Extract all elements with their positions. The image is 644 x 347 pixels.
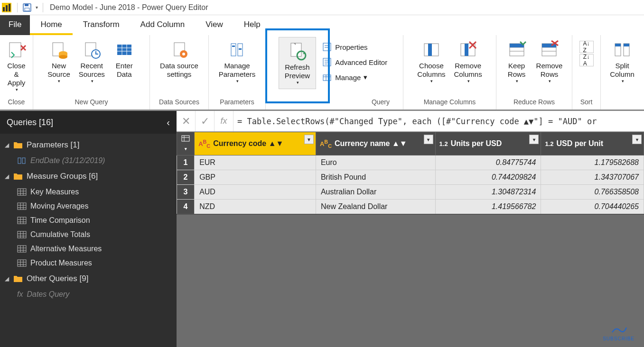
keep-rows-button[interactable]: KeepRows▾ [503, 37, 531, 84]
table-row[interactable]: 3AUDAustralian Dollar1.3048723140.766358… [177, 185, 644, 200]
svg-rect-5 [25, 8, 29, 11]
column-header[interactable]: 1.2Units per USD▾ [435, 132, 541, 155]
svg-rect-42 [465, 44, 468, 56]
tab-transform[interactable]: Transform [73, 15, 130, 35]
table-row[interactable]: 4NZDNew Zealand Dollar1.4195667820.70444… [177, 200, 644, 215]
svg-rect-0 [3, 7, 5, 11]
svg-rect-81 [18, 246, 26, 252]
queries-header[interactable]: Queries [16] ‹ [0, 111, 177, 134]
cell[interactable]: 1.179582688 [541, 155, 644, 170]
svg-rect-29 [323, 43, 331, 51]
main-area: Queries [16] ‹ ◢Parameters [1]EndDate (3… [0, 111, 644, 347]
cell[interactable]: 1.304872314 [435, 185, 541, 200]
split-column-button[interactable]: SplitColumn▾ [607, 37, 637, 84]
column-header[interactable]: ABCCurrency name ▲▼▾ [316, 132, 435, 155]
choose-columns-button[interactable]: ChooseColumns▾ [414, 37, 448, 84]
sidebar-item[interactable]: fxDates Query [0, 287, 177, 301]
sidebar-item[interactable]: Alternative Measures [0, 242, 177, 256]
table-corner[interactable]: ▾ [177, 132, 195, 155]
filter-icon[interactable]: ▾ [424, 135, 433, 144]
qat-dropdown-icon[interactable]: ▾ [36, 5, 38, 10]
cell[interactable]: GBP [195, 170, 316, 185]
manage-parameters-button[interactable]: ManageParameters▾ [216, 37, 259, 84]
sidebar-item[interactable]: Cumulative Totals [0, 228, 177, 242]
tab-view[interactable]: View [195, 15, 233, 35]
row-number[interactable]: 2 [177, 170, 195, 185]
recent-sources-button[interactable]: RecentSources▾ [76, 37, 108, 84]
cell[interactable]: 0.744209824 [435, 170, 541, 185]
svg-rect-91 [182, 136, 189, 141]
sort-asc-button[interactable]: A↓Z [579, 41, 594, 53]
svg-rect-61 [18, 189, 26, 195]
sidebar-item[interactable]: Product Measures [0, 256, 177, 270]
formula-commit-button[interactable]: ✓ [196, 111, 215, 131]
cell[interactable]: New Zealand Dollar [316, 200, 435, 215]
group-sort-label: Sort [576, 96, 597, 109]
properties-button[interactable]: Properties [321, 40, 388, 54]
formula-bar: ✕ ✓ fx = Table.SelectRows(#"Changed Type… [177, 111, 644, 132]
cell[interactable]: Euro [316, 155, 435, 170]
content-area: ✕ ✓ fx = Table.SelectRows(#"Changed Type… [177, 111, 644, 347]
row-number[interactable]: 1 [177, 155, 195, 170]
refresh-preview-button[interactable]: RefreshPreview▾ [279, 37, 316, 89]
svg-rect-58 [624, 44, 629, 46]
cell[interactable]: 1.343707067 [541, 170, 644, 185]
cell[interactable]: Australian Dollar [316, 185, 435, 200]
sidebar-item[interactable]: Moving Averages [0, 199, 177, 213]
subscribe-watermark: SUBSCRIBE [603, 325, 635, 341]
sidebar-item[interactable]: Time Comparison [0, 213, 177, 228]
sidebar-item[interactable]: EndDate (31/12/2019) [0, 154, 177, 168]
row-number[interactable]: 4 [177, 200, 195, 215]
svg-rect-6 [9, 43, 21, 57]
cell[interactable]: 0.704440265 [541, 200, 644, 215]
fx-icon[interactable]: fx [215, 111, 233, 131]
column-header[interactable]: ABCCurrency code ▲▼▼ [195, 132, 316, 155]
filter-icon[interactable]: ▾ [632, 135, 642, 144]
sidebar-folder[interactable]: ◢Measure Groups [6] [0, 168, 177, 185]
advanced-editor-button[interactable]: Advanced Editor [321, 55, 388, 69]
filter-icon[interactable]: ▼ [304, 135, 314, 144]
tab-help[interactable]: Help [233, 15, 271, 35]
svg-rect-36 [323, 75, 331, 81]
sidebar-item[interactable]: Key Measures [0, 185, 177, 199]
cell[interactable]: 0.766358508 [541, 185, 644, 200]
column-header[interactable]: 1.2USD per Unit▾ [541, 132, 644, 155]
sidebar-folder[interactable]: ◢Other Queries [9] [0, 270, 177, 287]
save-icon[interactable] [22, 3, 32, 12]
sort-desc-button[interactable]: Z↓A [579, 54, 594, 66]
enter-data-button[interactable]: EnterData [111, 37, 138, 80]
tab-file[interactable]: File [0, 15, 30, 35]
collapse-icon[interactable]: ‹ [167, 117, 170, 128]
row-number[interactable]: 3 [177, 185, 195, 200]
table-row[interactable]: 1EUREuro0.847757441.179582688 [177, 155, 644, 170]
table-row[interactable]: 2GBPBritish Pound0.7442098241.343707067 [177, 170, 644, 185]
queries-panel: Queries [16] ‹ ◢Parameters [1]EndDate (3… [0, 111, 177, 347]
filter-icon[interactable]: ▾ [529, 135, 539, 144]
formula-text[interactable]: = Table.SelectRows(#"Changed Type", each… [233, 117, 600, 126]
close-apply-button[interactable]: Close &Apply▾ [3, 37, 30, 93]
formula-cancel-button[interactable]: ✕ [177, 111, 196, 131]
svg-rect-57 [615, 44, 621, 46]
svg-rect-23 [231, 44, 236, 56]
remove-columns-button[interactable]: RemoveColumns▾ [451, 37, 485, 84]
data-table: ▾ABCCurrency code ▲▼▼ABCCurrency name ▲▼… [177, 132, 644, 215]
new-source-button[interactable]: NewSource▾ [45, 37, 73, 84]
svg-point-22 [182, 53, 185, 55]
cell[interactable]: NZD [195, 200, 316, 215]
tab-add-column[interactable]: Add Column [130, 15, 196, 35]
sidebar-folder[interactable]: ◢Parameters [1] [0, 137, 177, 154]
data-source-settings-button[interactable]: Data sourcesettings [157, 37, 201, 80]
cell[interactable]: 1.419566782 [435, 200, 541, 215]
ribbon-tabs: File Home Transform Add Column View Help [0, 15, 644, 35]
cell[interactable]: British Pound [316, 170, 435, 185]
svg-rect-60 [22, 158, 25, 164]
cell[interactable]: EUR [195, 155, 316, 170]
cell[interactable]: AUD [195, 185, 316, 200]
svg-rect-2 [9, 4, 10, 11]
svg-rect-76 [18, 231, 26, 238]
cell[interactable]: 0.84775744 [435, 155, 541, 170]
manage-query-button[interactable]: Manage ▾ [321, 70, 388, 84]
window-title: Demo Model - June 2018 - Power Query Edi… [50, 3, 208, 12]
remove-rows-button[interactable]: RemoveRows▾ [533, 37, 566, 84]
tab-home[interactable]: Home [30, 15, 72, 35]
